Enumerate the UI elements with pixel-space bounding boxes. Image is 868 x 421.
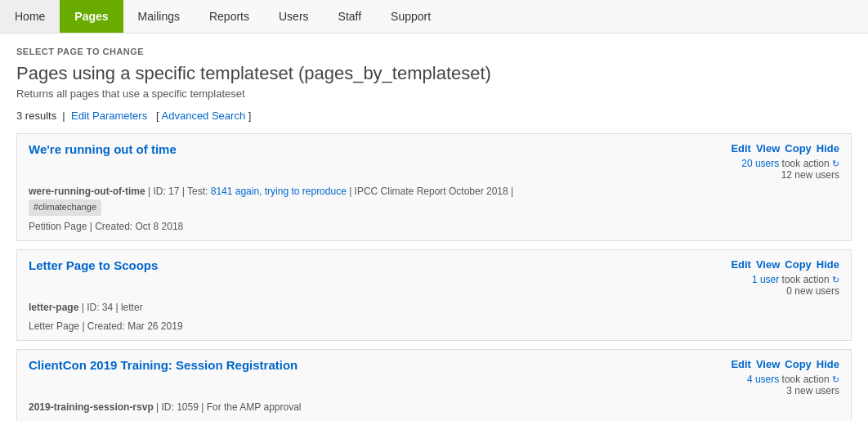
users-took-action-link[interactable]: 4 users: [747, 374, 779, 385]
users-took-action-link[interactable]: 20 users: [741, 158, 779, 169]
page-title-meta: (pages_by_templateset): [298, 63, 491, 83]
result-stats: 4 users took action ↻3 new users: [731, 374, 839, 396]
took-action-label: took action: [779, 274, 832, 285]
result-title: We're running out of time: [29, 142, 177, 156]
new-users-count: 3 new users: [731, 385, 839, 396]
result-title-link[interactable]: Letter Page to Scoops: [29, 258, 158, 272]
action-edit-link[interactable]: Edit: [731, 142, 751, 155]
nav-item-users[interactable]: Users: [264, 0, 324, 33]
action-view-link[interactable]: View: [756, 142, 780, 155]
nav-item-mailings[interactable]: Mailings: [123, 0, 195, 33]
results-bar: 3 results | Edit Parameters [ Advanced S…: [16, 110, 852, 122]
action-view-link[interactable]: View: [756, 258, 780, 271]
result-title-link[interactable]: ClientCon 2019 Training: Session Registr…: [29, 358, 298, 372]
result-title: Letter Page to Scoops: [29, 258, 158, 272]
table-row: ClientCon 2019 Training: Session Registr…: [16, 349, 852, 421]
result-header: Letter Page to ScoopsEditViewCopyHide1 u…: [29, 258, 839, 297]
page-title-main: Pages using a specific templateset: [16, 63, 293, 83]
action-edit-link[interactable]: Edit: [731, 258, 751, 271]
refresh-icon[interactable]: ↻: [832, 159, 839, 168]
nav-item-reports[interactable]: Reports: [195, 0, 264, 33]
action-hide-link[interactable]: Hide: [817, 142, 839, 155]
result-meta: were-running-out-of-time | ID: 17 | Test…: [29, 184, 839, 216]
took-action-label: took action: [779, 374, 832, 385]
edit-parameters-link[interactable]: Edit Parameters: [71, 110, 147, 122]
action-copy-link[interactable]: Copy: [785, 258, 812, 271]
result-right: EditViewCopyHide4 users took action ↻3 n…: [731, 358, 839, 396]
results-count: 3 results: [16, 110, 56, 122]
action-hide-link[interactable]: Hide: [817, 258, 839, 271]
action-edit-link[interactable]: Edit: [731, 358, 751, 370]
result-actions: EditViewCopyHide: [731, 258, 839, 271]
main-nav: HomePagesMailingsReportsUsersStaffSuppor…: [0, 0, 868, 34]
result-header: We're running out of timeEditViewCopyHid…: [29, 142, 839, 181]
result-actions: EditViewCopyHide: [731, 358, 839, 370]
nav-item-pages[interactable]: Pages: [60, 0, 123, 33]
result-footer: Petition Page | Created: Oct 8 2018: [29, 221, 839, 232]
results-list: We're running out of timeEditViewCopyHid…: [16, 133, 852, 421]
test-link[interactable]: 8141 again, trying to reproduce: [211, 186, 347, 197]
action-copy-link[interactable]: Copy: [785, 358, 812, 370]
new-users-count: 0 new users: [731, 285, 839, 297]
nav-item-support[interactable]: Support: [376, 0, 445, 33]
result-slug: letter-page: [29, 302, 78, 313]
refresh-icon[interactable]: ↻: [832, 275, 839, 284]
result-slug: 2019-training-session-rsvp: [29, 401, 154, 413]
result-footer: Letter Page | Created: Mar 26 2019: [29, 320, 839, 332]
result-meta: letter-page | ID: 34 | letter: [29, 300, 839, 316]
result-stats: 20 users took action ↻12 new users: [731, 158, 839, 181]
advanced-search-link[interactable]: Advanced Search: [162, 110, 246, 122]
table-row: We're running out of timeEditViewCopyHid…: [16, 133, 852, 241]
action-view-link[interactable]: View: [756, 358, 780, 370]
result-title-link[interactable]: We're running out of time: [29, 142, 177, 156]
result-right: EditViewCopyHide1 user took action ↻0 ne…: [731, 258, 839, 297]
took-action-label: took action: [779, 158, 832, 169]
result-tag: #climatechange: [29, 199, 101, 216]
action-hide-link[interactable]: Hide: [817, 358, 839, 370]
nav-item-home[interactable]: Home: [0, 0, 60, 33]
result-slug: were-running-out-of-time: [29, 186, 145, 197]
users-took-action-link[interactable]: 1 user: [752, 274, 779, 285]
result-title: ClientCon 2019 Training: Session Registr…: [29, 358, 298, 372]
result-meta: 2019-training-session-rsvp | ID: 1059 | …: [29, 400, 839, 415]
refresh-icon[interactable]: ↻: [832, 374, 839, 384]
result-header: ClientCon 2019 Training: Session Registr…: [29, 358, 839, 396]
result-actions: EditViewCopyHide: [731, 142, 839, 155]
result-right: EditViewCopyHide20 users took action ↻12…: [731, 142, 839, 181]
page-title: Pages using a specific templateset (page…: [16, 63, 852, 84]
page-subtitle: Returns all pages that use a specific te…: [16, 87, 852, 100]
result-stats: 1 user took action ↻0 new users: [731, 274, 839, 297]
action-copy-link[interactable]: Copy: [785, 142, 812, 155]
table-row: Letter Page to ScoopsEditViewCopyHide1 u…: [16, 249, 852, 341]
new-users-count: 12 new users: [731, 169, 839, 181]
nav-item-staff[interactable]: Staff: [324, 0, 377, 33]
breadcrumb: SELECT PAGE TO CHANGE: [16, 47, 852, 56]
